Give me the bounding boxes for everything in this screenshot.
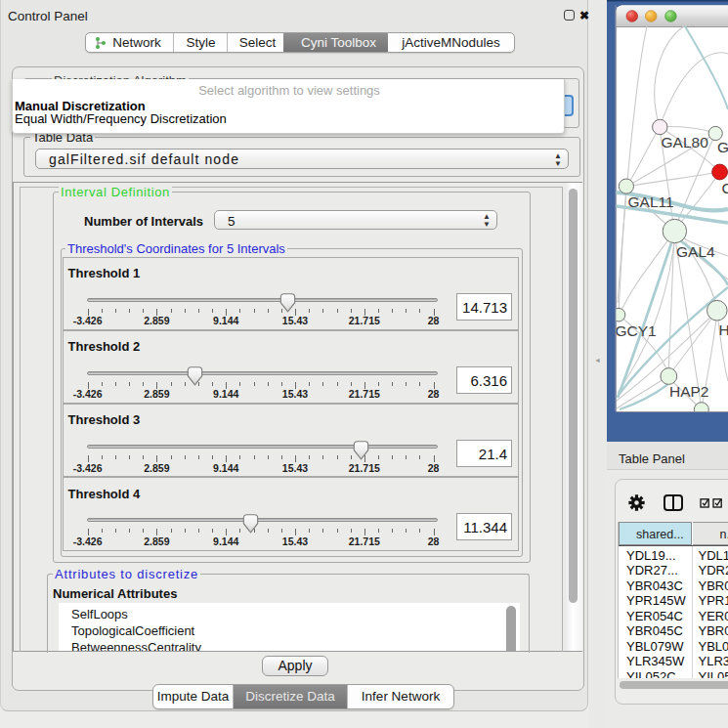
svg-text:GAL80: GAL80 xyxy=(662,134,709,150)
svg-text:GCY1: GCY1 xyxy=(616,322,657,339)
svg-text:GAL4: GAL4 xyxy=(676,243,715,260)
svg-text:HAP2: HAP2 xyxy=(669,383,709,400)
svg-text:GAL7: GAL7 xyxy=(717,139,728,155)
svg-text:HIS4: HIS4 xyxy=(719,321,728,338)
svg-text:CY: CY xyxy=(722,180,728,196)
svg-text:GAL11: GAL11 xyxy=(628,193,674,210)
